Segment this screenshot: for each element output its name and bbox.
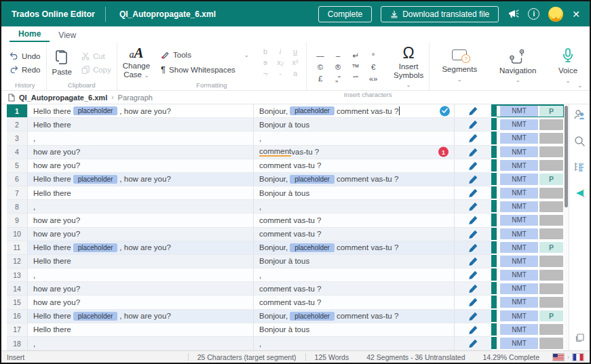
- nmt-badge[interactable]: NMT: [500, 324, 538, 335]
- edit-cell[interactable]: [455, 337, 491, 350]
- target-cell[interactable]: Bonjour à tous: [254, 255, 455, 268]
- edit-pencil-icon[interactable]: [468, 297, 478, 307]
- placeholder-tag[interactable]: placeholder: [73, 106, 118, 115]
- edit-cell[interactable]: [455, 104, 491, 118]
- target-cell[interactable]: Bonjour à tous: [254, 186, 455, 200]
- nmt-badge[interactable]: NMT: [500, 174, 538, 184]
- segment-number[interactable]: 14: [7, 282, 28, 296]
- target-cell[interactable]: ,: [254, 268, 455, 282]
- complete-button[interactable]: Complete: [318, 6, 372, 22]
- segment-number[interactable]: 2: [7, 118, 28, 132]
- nmt-badge[interactable]: NMT: [500, 146, 538, 157]
- target-cell[interactable]: Bonjour, placeholder comment vas-tu ?: [254, 104, 455, 118]
- nmt-badge[interactable]: NMT: [500, 201, 538, 212]
- source-cell[interactable]: Hello there: [28, 118, 254, 132]
- source-cell[interactable]: how are you?: [28, 228, 254, 241]
- info-icon[interactable]: i: [528, 8, 539, 20]
- placeholder-tag[interactable]: placeholder: [290, 106, 335, 115]
- segment-number[interactable]: 3: [7, 132, 28, 145]
- source-cell[interactable]: ,: [28, 268, 254, 282]
- source-cell[interactable]: how are you?: [28, 159, 254, 173]
- target-cell[interactable]: comment vas-tu ?1: [254, 146, 455, 159]
- segment-number[interactable]: 6: [7, 173, 28, 186]
- edit-pencil-icon[interactable]: [468, 161, 478, 171]
- target-cell[interactable]: comment vas-tu ?: [254, 282, 455, 296]
- trademark-button[interactable]: ™: [347, 62, 364, 73]
- target-cell[interactable]: comment vas-tu ?: [254, 214, 455, 227]
- source-cell[interactable]: Hello there: [28, 323, 254, 337]
- segment-number[interactable]: 5: [7, 159, 28, 173]
- edit-pencil-icon[interactable]: [468, 188, 478, 198]
- nmt-badge[interactable]: NMT: [500, 160, 538, 171]
- segment-number[interactable]: 7: [7, 186, 28, 200]
- breadcrumb-file[interactable]: QI_Autopropagate_6.xml: [19, 94, 107, 102]
- segment-number[interactable]: 13: [7, 268, 28, 282]
- segments-menu[interactable]: ? Segments ⌄: [435, 49, 484, 83]
- edit-cell[interactable]: [455, 255, 491, 268]
- edit-cell[interactable]: [455, 268, 491, 282]
- source-cell[interactable]: Hello there: [28, 186, 254, 200]
- degree-button[interactable]: °: [365, 51, 381, 61]
- segment-number[interactable]: 15: [7, 296, 28, 309]
- error-count-badge[interactable]: 1: [438, 147, 449, 157]
- edit-pencil-icon[interactable]: [468, 338, 478, 348]
- target-cell[interactable]: ,: [254, 337, 455, 350]
- edit-pencil-icon[interactable]: [468, 229, 478, 239]
- target-cell[interactable]: ,: [254, 132, 455, 145]
- edit-cell[interactable]: [455, 282, 491, 296]
- segment-number[interactable]: 1: [7, 104, 28, 118]
- edit-cell[interactable]: [455, 200, 491, 214]
- vertical-scrollbar[interactable]: [564, 104, 569, 350]
- placeholder-tag[interactable]: placeholder: [290, 175, 335, 184]
- edit-cell[interactable]: [455, 118, 491, 132]
- nmt-badge[interactable]: NMT: [500, 338, 538, 348]
- source-cell[interactable]: ,: [28, 200, 254, 214]
- nmt-badge[interactable]: NMT: [500, 188, 538, 199]
- tab-home[interactable]: Home: [9, 27, 50, 42]
- edit-pencil-icon[interactable]: [468, 106, 478, 116]
- target-cell[interactable]: Bonjour, placeholder comment vas-tu ?: [254, 241, 455, 255]
- em-dash-button[interactable]: —: [312, 51, 328, 61]
- edit-cell[interactable]: [455, 186, 491, 200]
- segment-number[interactable]: 17: [7, 323, 28, 337]
- target-cell[interactable]: comment vas-tu ?: [254, 228, 455, 241]
- target-cell[interactable]: ,: [254, 200, 455, 214]
- target-cell[interactable]: Bonjour à tous: [254, 118, 455, 132]
- segment-number[interactable]: 4: [7, 146, 28, 159]
- segment-number[interactable]: 10: [7, 228, 28, 241]
- nmt-badge[interactable]: NMT: [500, 310, 538, 321]
- edit-pencil-icon[interactable]: [468, 270, 478, 280]
- download-translated-file-button[interactable]: Download translated file: [381, 6, 499, 22]
- target-cell[interactable]: Bonjour à tous: [254, 323, 455, 337]
- source-cell[interactable]: how are you?: [28, 214, 254, 227]
- euro-button[interactable]: €: [365, 62, 381, 73]
- edit-cell[interactable]: [455, 214, 491, 227]
- edit-cell[interactable]: [455, 323, 491, 337]
- source-cell[interactable]: how are you?: [28, 282, 254, 296]
- en-dash-button[interactable]: –: [330, 51, 346, 61]
- edit-pencil-icon[interactable]: [468, 174, 478, 184]
- edit-cell[interactable]: [455, 310, 491, 323]
- source-cell[interactable]: Hello there placeholder , how are you?: [28, 310, 254, 323]
- edit-pencil-icon[interactable]: [468, 215, 478, 225]
- undo-button[interactable]: Undo: [9, 52, 41, 60]
- edit-pencil-icon[interactable]: [468, 325, 478, 335]
- nmt-badge[interactable]: NMT: [500, 297, 538, 308]
- edit-cell[interactable]: [455, 146, 491, 159]
- document-tab[interactable]: QI_Autopropagate_6.xml: [106, 9, 229, 19]
- edit-cell[interactable]: [455, 228, 491, 241]
- low-quotes-button[interactable]: „“: [330, 74, 346, 84]
- collapse-ribbon-chevron-icon[interactable]: ⌄: [577, 81, 583, 89]
- nmt-badge[interactable]: NMT: [500, 133, 538, 144]
- source-cell[interactable]: Hello there placeholder , how are you?: [28, 104, 254, 118]
- nmt-badge[interactable]: NMT: [500, 283, 538, 294]
- edit-pencil-icon[interactable]: [468, 283, 478, 294]
- tools-menu[interactable]: Tools ⌄: [161, 51, 249, 59]
- nmt-badge[interactable]: NMT: [500, 270, 538, 281]
- edit-pencil-icon[interactable]: [468, 133, 478, 143]
- edit-pencil-icon[interactable]: [468, 243, 478, 253]
- placeholder-tag[interactable]: placeholder: [73, 312, 118, 321]
- nmt-badge[interactable]: NMT: [500, 228, 538, 239]
- navigation-menu[interactable]: Navigation ⌄: [495, 49, 541, 84]
- paste-button[interactable]: Paste: [52, 49, 72, 77]
